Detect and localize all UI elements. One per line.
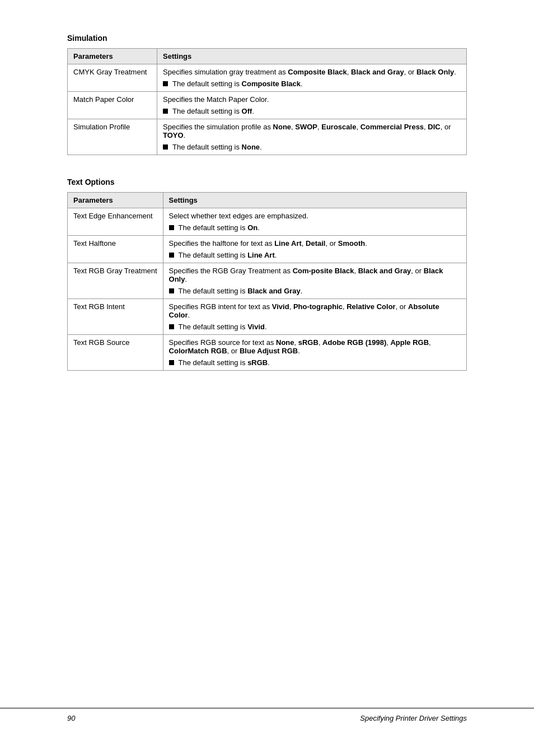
table-row: Text Edge Enhancement Select whether tex… — [68, 208, 467, 236]
param-cell: Text RGB Source — [68, 335, 163, 371]
settings-cell: Select whether text edges are emphasized… — [163, 208, 466, 236]
bullet-text: The default setting is Off. — [172, 107, 254, 115]
description-text: Specifies the RGB Gray Treatment as Com-… — [169, 267, 443, 283]
bullet-text: The default setting is sRGB. — [179, 358, 270, 367]
bullet-icon — [169, 324, 174, 329]
bullet-item: The default setting is On. — [169, 223, 461, 232]
table-row: Text RGB Source Specifies RGB source for… — [68, 335, 467, 371]
description-text: Select whether text edges are emphasized… — [169, 212, 308, 220]
bullet-icon — [163, 109, 168, 114]
description-text: Specifies the simulation profile as None… — [163, 123, 451, 139]
bullet-icon — [163, 81, 168, 86]
param-cell: Text Halftone — [68, 236, 163, 263]
bullet-icon — [169, 360, 174, 365]
bullet-item: The default setting is None. — [163, 143, 461, 151]
bullet-text: The default setting is None. — [172, 143, 262, 151]
text-options-col2-header: Settings — [163, 193, 466, 208]
param-cell: CMYK Gray Treatment — [68, 64, 157, 92]
bullet-text: The default setting is Composite Black. — [172, 80, 303, 88]
simulation-col1-header: Parameters — [68, 49, 157, 64]
simulation-col2-header: Settings — [157, 49, 467, 64]
simulation-section: Simulation Parameters Settings CMYK Gray… — [67, 34, 467, 155]
bullet-text: The default setting is On. — [179, 223, 260, 232]
description-text: Specifies RGB source for text as None, s… — [169, 338, 431, 355]
description-text: Specifies RGB intent for text as Vivid, … — [169, 302, 439, 319]
bullet-item: The default setting is Vivid. — [169, 323, 461, 331]
param-cell: Text Edge Enhancement — [68, 208, 163, 236]
settings-cell: Specifies the RGB Gray Treatment as Com-… — [163, 263, 466, 299]
bullet-icon — [169, 253, 174, 258]
simulation-table: Parameters Settings CMYK Gray Treatment … — [67, 48, 467, 155]
text-options-title: Text Options — [67, 178, 467, 186]
bullet-item: The default setting is Composite Black. — [163, 80, 461, 88]
bullet-text: The default setting is Vivid. — [179, 323, 267, 331]
bullet-text: The default setting is Black and Gray. — [179, 287, 303, 295]
bullet-icon — [163, 144, 168, 150]
settings-cell: Specifies RGB intent for text as Vivid, … — [163, 299, 466, 335]
settings-cell: Specifies the Match Paper Color. The def… — [157, 92, 467, 119]
description-text: Specifies simulation gray treatment as C… — [163, 68, 456, 76]
footer-title: Specifying Printer Driver Settings — [360, 714, 467, 722]
text-options-col1-header: Parameters — [68, 193, 163, 208]
description-text: Specifies the Match Paper Color. — [163, 95, 269, 104]
bullet-item: The default setting is Black and Gray. — [169, 287, 461, 295]
bullet-item: The default setting is Off. — [163, 107, 461, 115]
table-row: Text Halftone Specifies the halftone for… — [68, 236, 467, 263]
param-cell: Text RGB Intent — [68, 299, 163, 335]
table-row: Simulation Profile Specifies the simulat… — [68, 119, 467, 155]
table-row: Match Paper Color Specifies the Match Pa… — [68, 92, 467, 119]
settings-cell: Specifies the simulation profile as None… — [157, 119, 467, 155]
param-cell: Match Paper Color — [68, 92, 157, 119]
param-cell: Simulation Profile — [68, 119, 157, 155]
bullet-item: The default setting is Line Art. — [169, 251, 461, 259]
bullet-item: The default setting is sRGB. — [169, 358, 461, 367]
settings-cell: Specifies RGB source for text as None, s… — [163, 335, 466, 371]
bullet-text: The default setting is Line Art. — [179, 251, 277, 259]
description-text: Specifies the halftone for text as Line … — [169, 239, 367, 248]
table-row: Text RGB Intent Specifies RGB intent for… — [68, 299, 467, 335]
table-row: CMYK Gray Treatment Specifies simulation… — [68, 64, 467, 92]
settings-cell: Specifies the halftone for text as Line … — [163, 236, 466, 263]
text-options-section: Text Options Parameters Settings Text Ed… — [67, 178, 467, 371]
bullet-icon — [169, 225, 174, 230]
settings-cell: Specifies simulation gray treatment as C… — [157, 64, 467, 92]
footer: 90 Specifying Printer Driver Settings — [0, 708, 534, 722]
bullet-icon — [169, 288, 174, 293]
footer-page-number: 90 — [67, 714, 75, 722]
simulation-title: Simulation — [67, 34, 467, 43]
table-row: Text RGB Gray Treatment Specifies the RG… — [68, 263, 467, 299]
param-cell: Text RGB Gray Treatment — [68, 263, 163, 299]
text-options-table: Parameters Settings Text Edge Enhancemen… — [67, 192, 467, 371]
